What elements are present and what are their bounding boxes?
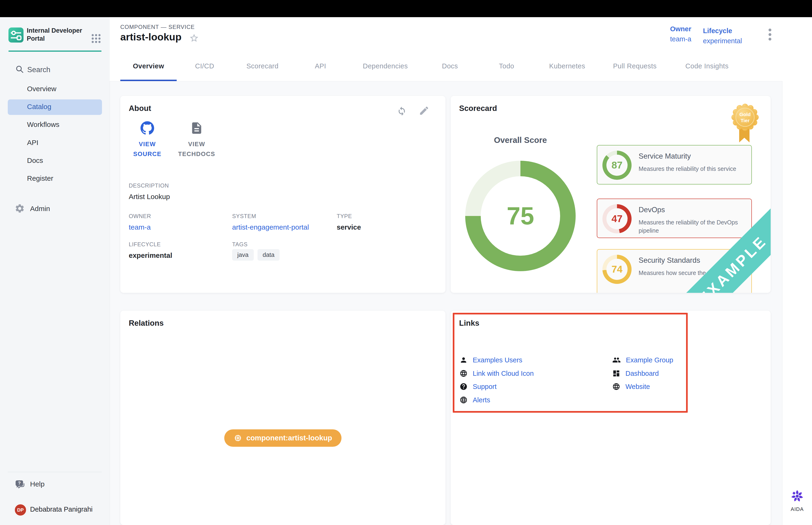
avatar: DP bbox=[14, 504, 27, 516]
aida-label: AIDA bbox=[782, 506, 812, 512]
scorecard-card: Scorecard Gold Tier Overall Score 75 bbox=[451, 96, 771, 293]
help-label: Help bbox=[30, 480, 45, 488]
owner-label: Owner bbox=[670, 25, 691, 33]
tab-cicd[interactable]: CI/CD bbox=[195, 62, 214, 70]
links-card: Links Examples Users Link with Cloud Ico… bbox=[451, 311, 771, 525]
view-techdocs-button[interactable]: VIEW TECHDOCS bbox=[172, 121, 221, 159]
metric-service-maturity[interactable]: 87 Service Maturity Measures the reliabi… bbox=[597, 145, 752, 184]
tab-dependencies[interactable]: Dependencies bbox=[363, 62, 408, 70]
description-label: DESCRIPTION bbox=[129, 182, 169, 189]
overall-score-label: Overall Score bbox=[473, 135, 567, 145]
service-maturity-gauge: 87 bbox=[602, 151, 631, 180]
security-standards-gauge: 74 bbox=[602, 255, 631, 284]
view-source-button[interactable]: VIEW SOURCE bbox=[127, 121, 167, 159]
type-field-value: service bbox=[337, 223, 361, 231]
about-title: About bbox=[129, 104, 151, 113]
tab-overview[interactable]: Overview bbox=[133, 62, 164, 70]
tab-code-insights[interactable]: Code Insights bbox=[685, 62, 729, 70]
sidebar-item-overview[interactable]: Overview bbox=[0, 81, 110, 97]
page-title: artist-lookup bbox=[120, 31, 181, 43]
tab-todo[interactable]: Todo bbox=[499, 62, 514, 70]
tab-pull-requests[interactable]: Pull Requests bbox=[613, 62, 657, 70]
scorecard-title: Scorecard bbox=[459, 104, 497, 113]
description-value: Artist Lookup bbox=[129, 193, 170, 201]
sidebar-item-api[interactable]: API bbox=[0, 135, 110, 151]
lifecycle-field-value: experimental bbox=[129, 252, 172, 259]
top-black-bar bbox=[0, 0, 812, 17]
internal-developer-portal: Internal Developer Portal Search Overvie… bbox=[0, 0, 812, 525]
link-alerts[interactable]: Alerts bbox=[460, 395, 490, 405]
svg-text:?: ? bbox=[18, 481, 21, 485]
sidebar: Internal Developer Portal Search Overvie… bbox=[0, 17, 110, 525]
links-title: Links bbox=[459, 319, 479, 328]
sidebar-item-catalog[interactable]: Catalog bbox=[8, 100, 102, 115]
sidebar-user[interactable]: DP Debabrata Panigrahi bbox=[0, 503, 110, 518]
help-chat-icon: ? bbox=[14, 478, 27, 491]
admin-label: Admin bbox=[30, 205, 50, 213]
relations-card: Relations component:artist-lookup bbox=[120, 311, 445, 525]
lifecycle-label: Lifecycle bbox=[703, 27, 742, 35]
tab-api[interactable]: API bbox=[315, 62, 326, 70]
metric-devops[interactable]: 47 DevOps Measures the reliability of th… bbox=[597, 198, 752, 238]
relations-title: Relations bbox=[129, 319, 164, 328]
gear-icon bbox=[15, 203, 25, 214]
tag-chip[interactable]: data bbox=[258, 249, 280, 260]
metric-name: DevOps bbox=[639, 206, 665, 214]
system-field-value[interactable]: artist-engagement-portal bbox=[232, 223, 309, 231]
sidebar-item-docs[interactable]: Docs bbox=[0, 153, 110, 169]
favorite-star-icon[interactable] bbox=[189, 33, 199, 43]
metric-description: Measures the reliability of this service bbox=[639, 165, 742, 173]
tab-docs[interactable]: Docs bbox=[442, 62, 458, 70]
breadcrumb: COMPONENT — SERVICE bbox=[120, 24, 195, 30]
sidebar-item-register[interactable]: Register bbox=[0, 171, 110, 186]
group-icon bbox=[612, 356, 621, 364]
sidebar-item-admin[interactable]: Admin bbox=[0, 201, 110, 217]
overview-content: About VIEW SOURCE bbox=[110, 81, 782, 525]
refresh-icon[interactable] bbox=[396, 105, 407, 116]
owner-value[interactable]: team-a bbox=[670, 35, 691, 43]
tag-chip[interactable]: java bbox=[232, 249, 254, 260]
more-options-icon[interactable] bbox=[765, 28, 775, 42]
metric-description: Measures the reliability of the DevOps p… bbox=[639, 218, 742, 235]
about-card: About VIEW SOURCE bbox=[120, 96, 445, 293]
aida-assistant-button[interactable]: AIDA bbox=[782, 489, 812, 512]
edit-icon[interactable] bbox=[419, 105, 429, 116]
link-examples-users[interactable]: Examples Users bbox=[460, 355, 522, 365]
type-field-label: TYPE bbox=[337, 213, 352, 220]
tab-kubernetes[interactable]: Kubernetes bbox=[549, 62, 585, 70]
right-rail: AIDA bbox=[782, 17, 812, 525]
owner-field-value[interactable]: team-a bbox=[129, 223, 151, 231]
link-cloud[interactable]: Link with Cloud Icon bbox=[460, 368, 534, 379]
component-chip-icon bbox=[233, 434, 242, 442]
app-grid-icon[interactable] bbox=[91, 34, 101, 44]
brand-title: Internal Developer Portal bbox=[27, 27, 86, 43]
metric-name: Security Standards bbox=[639, 256, 700, 265]
tab-scorecard[interactable]: Scorecard bbox=[246, 62, 279, 70]
overall-score-value: 75 bbox=[507, 202, 534, 230]
user-name: Debabrata Panigrahi bbox=[30, 506, 93, 513]
app-logo-icon bbox=[9, 28, 24, 43]
github-icon bbox=[140, 121, 154, 135]
link-support[interactable]: Support bbox=[460, 381, 497, 392]
help-circle-icon bbox=[460, 382, 468, 391]
badge-line1: Gold bbox=[739, 111, 751, 117]
header-owner[interactable]: Owner team-a bbox=[670, 25, 691, 43]
link-website[interactable]: Website bbox=[612, 381, 650, 392]
link-example-group[interactable]: Example Group bbox=[612, 355, 673, 365]
search-label: Search bbox=[27, 65, 50, 74]
badge-line2: Tier bbox=[740, 118, 750, 123]
devops-gauge: 47 bbox=[602, 204, 631, 234]
tags-row: java data bbox=[232, 249, 280, 260]
relation-node-chip[interactable]: component:artist-lookup bbox=[224, 429, 341, 447]
sidebar-item-workflows[interactable]: Workflows bbox=[0, 117, 110, 133]
globe-icon bbox=[612, 382, 620, 391]
sidebar-search[interactable]: Search bbox=[0, 61, 110, 78]
entity-tabs: Overview CI/CD Scorecard API Dependencie… bbox=[110, 51, 782, 81]
dashboard-icon bbox=[612, 370, 620, 377]
sidebar-item-help[interactable]: ? Help bbox=[0, 477, 110, 493]
owner-field-label: OWNER bbox=[129, 213, 151, 220]
link-dashboard[interactable]: Dashboard bbox=[612, 368, 659, 379]
metric-name: Service Maturity bbox=[639, 152, 691, 161]
search-icon bbox=[15, 65, 25, 74]
system-field-label: SYSTEM bbox=[232, 213, 256, 220]
